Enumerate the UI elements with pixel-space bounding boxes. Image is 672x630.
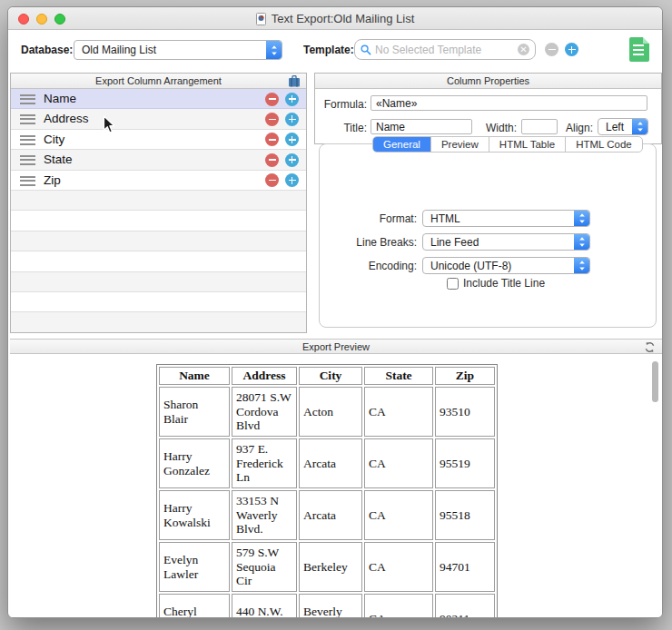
column-item[interactable]: Zip [11, 171, 306, 191]
column-item[interactable]: City [11, 130, 306, 150]
line-breaks-label: Line Breaks: [320, 236, 417, 249]
remove-column-button[interactable] [265, 133, 279, 146]
preview-cell: CA [364, 490, 433, 540]
format-popup-value: HTML [430, 212, 460, 225]
remove-template-button[interactable] [545, 43, 558, 56]
format-popup[interactable]: HTML [422, 210, 590, 227]
preview-cell: Harry Kowalski [159, 490, 230, 540]
empty-row [11, 231, 306, 251]
column-item[interactable]: State [11, 150, 306, 170]
preview-cell: Harry Gonzalez [159, 438, 230, 488]
drag-handle-icon[interactable] [20, 94, 35, 104]
add-column-button[interactable] [285, 153, 299, 167]
database-popup[interactable]: Old Mailing List [74, 40, 282, 60]
width-field[interactable] [521, 119, 558, 134]
template-search-input[interactable] [375, 44, 514, 56]
refresh-icon[interactable] [644, 341, 656, 353]
popup-stepper-icon [574, 234, 589, 250]
column-item-label: Name [44, 92, 76, 105]
encoding-popup-value: Unicode (UTF-8) [430, 260, 511, 272]
column-properties-panel: Column Properties Formula: Title: Width:… [314, 73, 662, 144]
drag-handle-icon[interactable] [20, 135, 35, 145]
preview-cell: 33153 N Waverly Blvd. [232, 490, 297, 540]
preview-cell: 579 S.W Sequoia Cir [232, 542, 297, 592]
preview-cell: 440 N.W. Baker Pl [232, 594, 297, 618]
export-column-arrangement-panel: Export Column Arrangement NameAddressCit… [10, 73, 307, 333]
include-title-row: Include Title Line [447, 277, 545, 290]
arrangement-row-list: NameAddressCityStateZip [11, 89, 306, 332]
empty-row [11, 272, 306, 292]
popup-stepper-icon [574, 211, 589, 226]
template-label: Template: [303, 44, 354, 56]
align-label: Align: [560, 122, 593, 134]
export-preview-header: Export Preview [10, 339, 662, 354]
preview-cell: Arcata [299, 490, 362, 540]
empty-row [11, 191, 306, 211]
preview-column-header: Name [159, 367, 230, 385]
tab-general[interactable]: General [373, 137, 430, 152]
add-column-button[interactable] [285, 93, 299, 106]
preview-cell: Acton [299, 387, 362, 437]
popup-stepper-icon [266, 41, 282, 59]
database-label: Database: [21, 44, 73, 56]
encoding-popup[interactable]: Unicode (UTF-8) [422, 257, 590, 274]
preview-row: Harry Kowalski33153 N Waverly Blvd.Arcat… [159, 490, 495, 540]
add-column-button[interactable] [285, 173, 299, 187]
preview-column-header: State [364, 367, 433, 385]
preview-column-header: Zip [435, 367, 495, 385]
include-title-checkbox[interactable] [447, 278, 459, 290]
tab-bar: General Preview HTML Table HTML Code [372, 136, 643, 153]
arrangement-header: Export Column Arrangement [11, 74, 306, 89]
formula-label: Formula: [319, 98, 367, 111]
preview-cell: Sharon Blair [159, 387, 230, 437]
remove-column-button[interactable] [265, 173, 279, 187]
preview-cell: 93510 [435, 387, 495, 437]
tab-html-table[interactable]: HTML Table [489, 137, 565, 152]
popup-stepper-icon [574, 258, 589, 273]
export-preview-area: NameAddressCityStateZipSharon Blair28071… [10, 354, 662, 618]
tab-html-code[interactable]: HTML Code [565, 137, 642, 152]
preview-row: Sharon Blair28071 S.W Cordova BlvdActonC… [159, 387, 495, 437]
title-area: Text Export:Old Mailing List [8, 7, 662, 30]
export-document-icon[interactable] [629, 37, 649, 62]
drag-handle-icon[interactable] [20, 176, 35, 186]
preview-row: Cheryl Scholl440 N.W. Baker PlBeverly Hi… [159, 594, 495, 618]
preview-table: NameAddressCityStateZipSharon Blair28071… [156, 364, 498, 618]
briefcase-icon[interactable] [288, 75, 301, 87]
add-template-button[interactable] [565, 43, 578, 56]
titlebar[interactable]: Text Export:Old Mailing List [8, 7, 662, 30]
window-title: Text Export:Old Mailing List [272, 12, 415, 25]
export-preview-label: Export Preview [302, 341, 370, 352]
align-popup[interactable]: Left [598, 118, 648, 135]
column-item-label: Zip [44, 173, 61, 187]
remove-column-button[interactable] [265, 113, 279, 126]
align-popup-value: Left [606, 121, 624, 133]
column-item[interactable]: Name [11, 89, 306, 109]
width-label: Width: [451, 122, 517, 134]
line-breaks-popup[interactable]: Line Feed [422, 233, 590, 251]
properties-header: Column Properties [315, 74, 661, 89]
preview-cell: Cheryl Scholl [159, 594, 230, 618]
add-column-button[interactable] [285, 133, 299, 146]
column-item[interactable]: Address [11, 109, 306, 129]
clear-search-icon[interactable]: ✕ [518, 44, 529, 55]
formula-field[interactable] [371, 95, 647, 111]
remove-column-button[interactable] [265, 93, 279, 106]
empty-row [11, 251, 306, 271]
drag-handle-icon[interactable] [20, 155, 35, 165]
preview-scrollbar-thumb[interactable] [652, 361, 658, 402]
add-column-button[interactable] [285, 113, 299, 126]
column-item-label: Address [44, 112, 89, 125]
preview-column-header: City [299, 367, 362, 385]
preview-cell: 937 E. Frederick Ln [232, 438, 297, 488]
preview-cell: CA [364, 387, 433, 437]
tab-preview[interactable]: Preview [430, 137, 489, 152]
preview-cell: Beverly Hills [299, 594, 362, 618]
popup-stepper-icon [632, 119, 647, 134]
remove-column-button[interactable] [265, 153, 279, 167]
format-label: Format: [320, 212, 417, 225]
template-search-field[interactable]: ✕ [354, 39, 536, 60]
empty-row [11, 292, 306, 312]
drag-handle-icon[interactable] [20, 114, 35, 124]
preview-cell: CA [364, 542, 433, 592]
